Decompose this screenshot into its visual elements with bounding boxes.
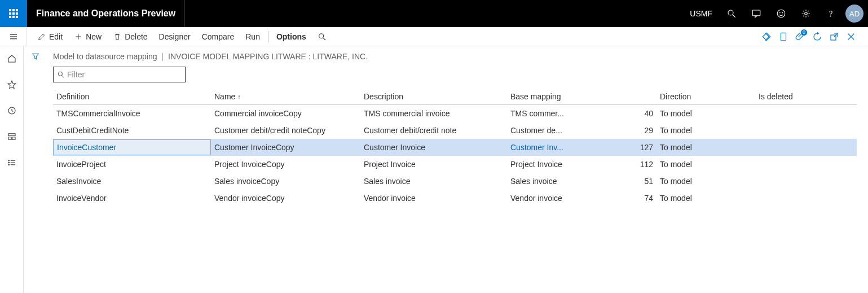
hamburger-icon	[8, 32, 19, 42]
app-launcher-button[interactable]	[0, 0, 27, 27]
toolbar-right-actions: 0	[759, 27, 863, 46]
main-content: Model to datasource mapping | INVOICE MO…	[47, 46, 868, 293]
compare-button[interactable]: Compare	[196, 27, 240, 46]
table-row[interactable]: InvoiceCustomerCustomer InvoiceCopyCusto…	[53, 139, 857, 156]
cell: TMSCommercialInvoice	[53, 109, 211, 118]
cell: To model	[656, 143, 755, 152]
clock-icon	[7, 106, 17, 116]
cell: Customer de...	[507, 126, 620, 135]
feedback-button[interactable]	[769, 0, 794, 27]
messages-button[interactable]	[744, 0, 769, 27]
search-icon	[57, 71, 65, 78]
trash-icon	[113, 32, 122, 41]
nav-toggle-button[interactable]	[0, 27, 27, 46]
cell: 40	[620, 109, 656, 118]
table-row[interactable]: TMSCommercialInvoiceCommercial invoiceCo…	[53, 105, 857, 122]
cell: 74	[620, 194, 656, 203]
help-button[interactable]	[818, 0, 843, 27]
body-row: Model to datasource mapping | INVOICE MO…	[0, 46, 868, 293]
svg-point-27	[8, 164, 10, 165]
cell: Customer debit/credit note	[360, 126, 507, 135]
col-base-mapping[interactable]: Base mapping	[507, 92, 620, 101]
cell: To model	[656, 109, 755, 118]
col-is-deleted[interactable]: Is deleted	[755, 92, 857, 101]
search-icon	[726, 8, 737, 19]
cell: To model	[656, 160, 755, 169]
company-code[interactable]: USMF	[683, 9, 719, 18]
col-name-label: Name	[214, 92, 235, 101]
delete-button[interactable]: Delete	[107, 27, 153, 46]
svg-point-7	[830, 16, 831, 16]
cell: Vendor invoice	[360, 194, 507, 203]
related-info-button[interactable]	[759, 27, 774, 46]
cell: Customer Inv...	[507, 143, 620, 152]
svg-point-4	[779, 12, 780, 13]
svg-point-3	[777, 10, 785, 18]
workspaces-nav[interactable]	[5, 130, 19, 143]
breadcrumb-part1: Model to datasource mapping	[53, 52, 157, 61]
edit-button[interactable]: Edit	[32, 27, 68, 46]
popout-icon	[829, 32, 839, 42]
new-button[interactable]: New	[68, 27, 107, 46]
left-nav-rail	[0, 46, 24, 293]
cell: Customer InvoiceCopy	[211, 143, 360, 152]
filter-input[interactable]	[67, 70, 182, 79]
cell: Vendor invoiceCopy	[211, 194, 360, 203]
popout-button[interactable]	[826, 27, 842, 46]
svg-line-30	[62, 76, 64, 78]
toolbar-row: Edit New Delete Designer Compare Run Opt…	[0, 27, 868, 46]
svg-point-25	[8, 162, 10, 163]
cell: Project Invoice	[360, 160, 507, 169]
list-icon	[7, 158, 17, 168]
document-icon	[778, 32, 788, 42]
table-row[interactable]: InvoiceVendorVendor invoiceCopyVendor in…	[53, 190, 857, 207]
toolbar-search-button[interactable]	[312, 27, 335, 46]
open-office-button[interactable]	[776, 27, 791, 46]
breadcrumb-part2: INVOICE MODEL MAPPING LITWARE : LITWARE,…	[168, 52, 368, 61]
breadcrumb-separator: |	[161, 52, 164, 61]
col-direction[interactable]: Direction	[656, 92, 755, 101]
close-button[interactable]	[843, 27, 859, 46]
refresh-button[interactable]	[809, 27, 825, 46]
close-icon	[846, 32, 856, 42]
avatar[interactable]: AD	[845, 5, 863, 23]
table-row[interactable]: InvoiceProjectProject InvoiceCopyProject…	[53, 156, 857, 173]
attachments-button[interactable]: 0	[792, 27, 808, 46]
delete-label: Delete	[125, 32, 147, 41]
home-nav[interactable]	[5, 52, 19, 65]
svg-line-1	[733, 15, 735, 18]
edit-label: Edit	[49, 32, 63, 41]
table-row[interactable]: SalesInvoiceSales invoiceCopySales invoi…	[53, 173, 857, 190]
options-button[interactable]: Options	[271, 27, 312, 46]
filter-box[interactable]	[53, 67, 186, 82]
attachments-badge: 0	[801, 29, 807, 36]
compare-label: Compare	[202, 32, 235, 41]
action-toolbar: Edit New Delete Designer Compare Run Opt…	[27, 27, 868, 46]
search-icon	[318, 32, 327, 41]
recent-nav[interactable]	[5, 104, 19, 117]
cell: Customer Invoice	[360, 143, 507, 152]
settings-button[interactable]	[794, 0, 818, 27]
svg-point-29	[58, 72, 62, 76]
col-name[interactable]: Name ↑	[211, 92, 360, 101]
filter-pane-toggle[interactable]	[24, 46, 47, 293]
col-description[interactable]: Description	[360, 92, 507, 101]
search-button[interactable]	[719, 0, 744, 27]
waffle-icon	[9, 9, 18, 18]
cell: SalesInvoice	[53, 177, 211, 186]
cell: InvoiceCustomer	[53, 139, 211, 155]
cell: TMS commercial invoice	[360, 109, 507, 118]
cell: Vendor invoice	[507, 194, 620, 203]
svg-rect-15	[781, 33, 786, 41]
data-grid: Definition Name ↑ Description Base mappi…	[53, 88, 857, 207]
table-row[interactable]: CustDebitCreditNoteCustomer debit/credit…	[53, 122, 857, 139]
cell: InvoiceProject	[53, 160, 211, 169]
breadcrumb: Model to datasource mapping | INVOICE MO…	[53, 52, 857, 61]
modules-nav[interactable]	[5, 156, 19, 169]
col-definition[interactable]: Definition	[53, 92, 211, 101]
run-button[interactable]: Run	[240, 27, 266, 46]
favorites-nav[interactable]	[5, 78, 19, 91]
designer-button[interactable]: Designer	[153, 27, 196, 46]
cell: Sales invoice	[360, 177, 507, 186]
question-icon	[826, 8, 836, 19]
